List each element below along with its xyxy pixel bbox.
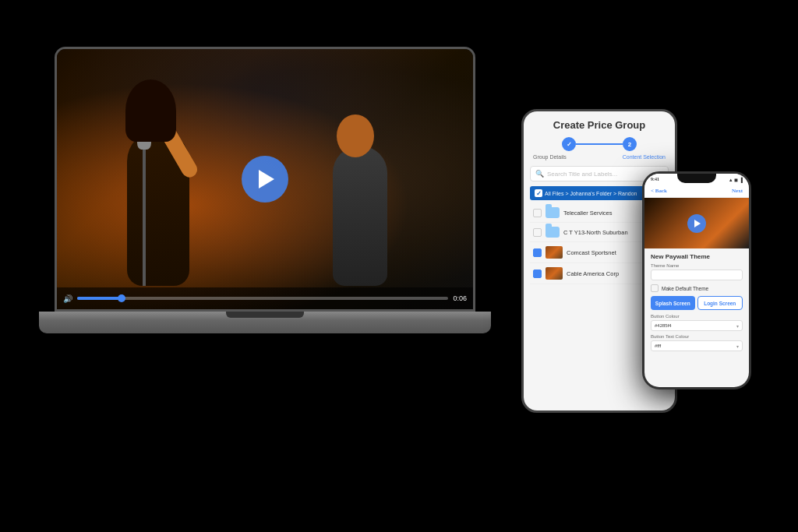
button-text-colour-select[interactable]: #fff ▾ <box>651 340 743 351</box>
laptop-notch <box>226 312 304 318</box>
tablet-page-title: Create Price Group <box>530 119 669 131</box>
check-icon: ✓ <box>536 190 542 197</box>
mic-stand <box>143 146 146 286</box>
laptop-device: 🔊 0:06 <box>39 47 491 374</box>
play-icon <box>259 170 274 188</box>
phone-play-button[interactable] <box>687 214 706 233</box>
phone-time: 9:41 <box>651 177 659 181</box>
screen-type-buttons: Splash Screen Login Screen <box>651 296 743 310</box>
singer-hair <box>125 79 176 142</box>
next-button[interactable]: Next <box>732 188 743 194</box>
step-1-circle: ✓ <box>562 137 576 151</box>
select-arrow-icon: ▾ <box>736 323 739 329</box>
video-controls: 🔊 0:06 <box>57 287 473 309</box>
step-1-label: Group Details <box>533 154 567 160</box>
phone-video-thumbnail[interactable] <box>644 198 749 248</box>
login-screen-button[interactable]: Login Screen <box>697 296 743 310</box>
search-icon: 🔍 <box>535 170 544 178</box>
select-arrow-icon-2: ▾ <box>736 344 739 349</box>
guitarist-body <box>333 146 387 286</box>
video-thumb-3 <box>546 246 563 259</box>
video-player: 🔊 0:06 <box>57 49 473 309</box>
button-text-colour-value: #fff <box>655 344 661 348</box>
button-colour-value: #4285f4 <box>655 323 672 328</box>
step-2-circle: 2 <box>623 137 637 151</box>
phone-content: New Paywall Theme Theme Name Make Defaul… <box>644 248 749 359</box>
file-checkbox-1[interactable] <box>533 209 542 217</box>
main-scene: 🔊 0:06 Create Price Group ✓ <box>0 0 798 532</box>
make-default-label: Make Default Theme <box>662 286 708 291</box>
breadcrumb-checkbox[interactable]: ✓ <box>535 189 542 197</box>
make-default-checkbox[interactable] <box>651 284 659 292</box>
stepper: ✓ 2 <box>530 137 669 151</box>
folder-icon-2 <box>546 227 560 238</box>
guitarist-figure <box>317 115 411 286</box>
step-labels: Group Details Content Selection <box>530 154 669 160</box>
file-checkbox-3[interactable] <box>533 248 542 257</box>
back-button[interactable]: < Back <box>651 188 667 194</box>
video-time: 0:06 <box>453 294 467 302</box>
phone-device: 9:41 ▲ ◼ ▐ < Back Next New Paywall Theme… <box>642 171 751 389</box>
file-checkbox-2[interactable] <box>533 228 542 237</box>
phone-section-title: New Paywall Theme <box>651 253 743 260</box>
phone-notch <box>677 174 716 183</box>
phone-play-icon <box>694 220 701 227</box>
phone-header: < Back Next <box>644 185 749 198</box>
progress-bar[interactable] <box>77 297 448 300</box>
guitarist-head <box>337 115 374 157</box>
singer-figure <box>104 83 228 286</box>
step-line <box>576 143 623 145</box>
phone-status-icons: ▲ ◼ ▐ <box>729 177 743 182</box>
breadcrumb-path: All Files > Johanna's Folder > Randon <box>545 191 637 196</box>
button-colour-label: Button Colour <box>651 314 743 319</box>
video-thumb-4 <box>546 267 563 280</box>
folder-icon-1 <box>546 207 560 218</box>
laptop-screen: 🔊 0:06 <box>55 47 475 312</box>
make-default-row: Make Default Theme <box>651 284 743 292</box>
theme-name-label: Theme Name <box>651 263 743 268</box>
phone-screen: 9:41 ▲ ◼ ▐ < Back Next New Paywall Theme… <box>644 174 749 387</box>
splash-screen-button[interactable]: Splash Screen <box>651 296 695 310</box>
step-2-label: Content Selection <box>623 154 666 160</box>
play-button[interactable] <box>242 156 288 203</box>
search-placeholder: Search Title and Labels... <box>547 171 617 178</box>
volume-icon[interactable]: 🔊 <box>63 294 72 303</box>
button-colour-select[interactable]: #4285f4 ▾ <box>651 320 743 331</box>
progress-fill <box>77 297 122 300</box>
theme-name-input[interactable] <box>651 270 743 280</box>
progress-dot <box>118 294 125 302</box>
button-text-colour-label: Button Text Colour <box>651 334 743 339</box>
laptop-base <box>39 312 491 333</box>
file-checkbox-4[interactable] <box>533 270 542 278</box>
